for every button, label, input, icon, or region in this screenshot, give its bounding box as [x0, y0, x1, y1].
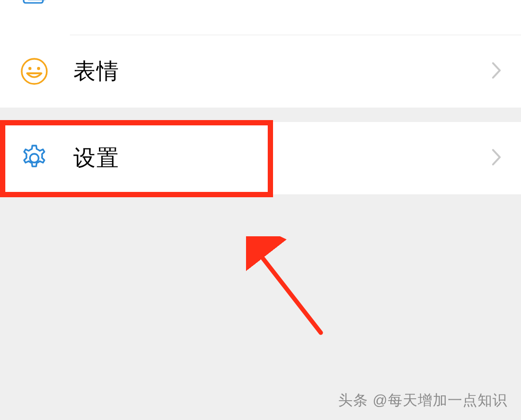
svg-point-4: [28, 67, 31, 70]
menu-item-settings[interactable]: 设置: [0, 122, 521, 194]
watermark-text: 头条 @每天增加一点知识: [338, 391, 507, 410]
menu-item-cards[interactable]: 卡包: [0, 0, 521, 35]
arrow-annotation: [246, 236, 333, 344]
svg-rect-0: [24, 0, 43, 3]
menu-item-cards-label: 卡包: [73, 0, 491, 2]
svg-point-5: [37, 67, 40, 70]
svg-line-9: [255, 248, 321, 333]
emoji-icon: [19, 56, 49, 86]
svg-point-3: [22, 59, 47, 84]
menu-group-1: 卡包 表情: [0, 0, 521, 108]
chevron-right-icon: [491, 148, 503, 168]
settings-icon: [19, 143, 49, 173]
chevron-right-icon: [491, 61, 503, 81]
cards-icon: [19, 0, 49, 11]
menu-item-emoji[interactable]: 表情: [0, 35, 521, 108]
menu-item-settings-label: 设置: [73, 143, 491, 173]
menu-item-emoji-label: 表情: [73, 56, 491, 86]
section-gap: [0, 108, 521, 122]
menu-group-2: 设置: [0, 122, 521, 194]
svg-point-7: [30, 154, 39, 163]
